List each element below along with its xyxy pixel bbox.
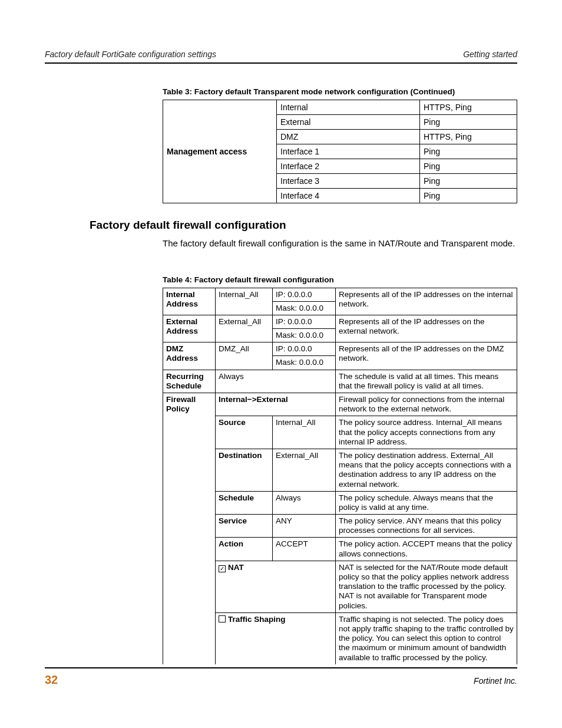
t4-shape-cell: Traffic Shaping — [216, 612, 336, 664]
t4-svc-val: ANY — [273, 515, 336, 538]
t4-dmz-ip: IP: 0.0.0.0 — [273, 342, 336, 356]
t3-iface: Interface 4 — [277, 189, 420, 203]
t3-iface: Interface 3 — [277, 174, 420, 189]
t4-dst-val: External_All — [273, 449, 336, 491]
section-heading: Factory default firewall configuration — [90, 219, 517, 232]
t3-proto: HTTPS, Ping — [420, 100, 517, 115]
t4-sch-val: Always — [273, 491, 336, 514]
table4: Internal Address Internal_All IP: 0.0.0.… — [163, 288, 517, 664]
t3-iface: DMZ — [277, 130, 420, 144]
t4-shape-label: Traffic Shaping — [228, 615, 286, 624]
t4-dst-label: Destination — [216, 449, 273, 491]
t3-iface: Interface 1 — [277, 144, 420, 159]
t4-external-mask: Mask: 0.0.0.0 — [273, 329, 336, 342]
t3-iface: Interface 2 — [277, 159, 420, 174]
t4-dmz-label: DMZ Address — [163, 342, 216, 370]
header-left: Factory default FortiGate configuration … — [45, 50, 216, 59]
t3-proto: HTTPS, Ping — [420, 130, 517, 144]
t4-sch-label: Schedule — [216, 491, 273, 514]
t4-act-label: Action — [216, 538, 273, 561]
t4-shape-desc: Traffic shaping is not selected. The pol… — [336, 612, 517, 664]
t3-proto: Ping — [420, 174, 517, 189]
t4-dmz-mask: Mask: 0.0.0.0 — [273, 356, 336, 370]
t4-dst-desc: The policy destination address. External… — [336, 449, 517, 491]
t4-nat-cell: ✓NAT — [216, 561, 336, 612]
section-body: The factory default firewall configurati… — [163, 238, 517, 249]
company-name: Fortinet Inc. — [474, 676, 517, 686]
table3: Management access Internal HTTPS, Ping E… — [163, 100, 517, 203]
t4-internal-mask: Mask: 0.0.0.0 — [273, 301, 336, 315]
t4-internal-label: Internal Address — [163, 288, 216, 315]
t4-external-desc: Represents all of the IP addresses on th… — [336, 315, 517, 342]
checkbox-checked-icon: ✓ — [219, 565, 226, 572]
t4-recurring-desc: The schedule is valid at all times. This… — [336, 370, 517, 393]
t4-act-desc: The policy action. ACCEPT means that the… — [336, 538, 517, 561]
t4-svc-desc: The policy service. ANY means that this … — [336, 515, 517, 538]
t4-src-val: Internal_All — [273, 416, 336, 449]
t4-internal-desc: Represents all of the IP addresses on th… — [336, 288, 517, 315]
t4-src-label: Source — [216, 416, 273, 449]
t4-src-desc: The policy source address. Internal_All … — [336, 416, 517, 449]
t3-proto: Ping — [420, 115, 517, 130]
page-footer: 32 Fortinet Inc. — [45, 667, 517, 687]
t4-dmz-desc: Represents all of the IP addresses on th… — [336, 342, 517, 370]
t4-fw-label: Firewall Policy — [163, 393, 216, 664]
t4-internal-name: Internal_All — [216, 288, 273, 315]
t4-internal-ip: IP: 0.0.0.0 — [273, 288, 336, 301]
t4-external-ip: IP: 0.0.0.0 — [273, 315, 336, 328]
table4-caption: Table 4: Factory default firewall config… — [163, 275, 517, 284]
page-number: 32 — [45, 673, 58, 687]
t3-proto: Ping — [420, 189, 517, 203]
table3-caption: Table 3: Factory default Transparent mod… — [163, 87, 517, 96]
t3-proto: Ping — [420, 159, 517, 174]
checkbox-unchecked-icon — [219, 615, 226, 622]
t4-svc-label: Service — [216, 515, 273, 538]
t4-fw-direction-desc: Firewall policy for connections from the… — [336, 393, 517, 416]
t4-fw-direction: Internal−>External — [216, 393, 336, 416]
header-right: Getting started — [463, 50, 517, 59]
t4-nat-desc: NAT is selected for the NAT/Route mode d… — [336, 561, 517, 612]
t4-recurring-label: Recurring Schedule — [163, 370, 216, 393]
t3-iface: External — [277, 115, 420, 130]
t4-nat-label: NAT — [228, 563, 244, 572]
t4-act-val: ACCEPT — [273, 538, 336, 561]
t3-proto: Ping — [420, 144, 517, 159]
t4-external-label: External Address — [163, 315, 216, 342]
t4-external-name: External_All — [216, 315, 273, 342]
running-header: Factory default FortiGate configuration … — [45, 50, 517, 64]
t4-sch-desc: The policy schedule. Always means that t… — [336, 491, 517, 514]
table3-rowlabel: Management access — [163, 100, 277, 203]
t4-recurring-value: Always — [216, 370, 336, 393]
t4-dmz-name: DMZ_All — [216, 342, 273, 370]
t3-iface: Internal — [277, 100, 420, 115]
